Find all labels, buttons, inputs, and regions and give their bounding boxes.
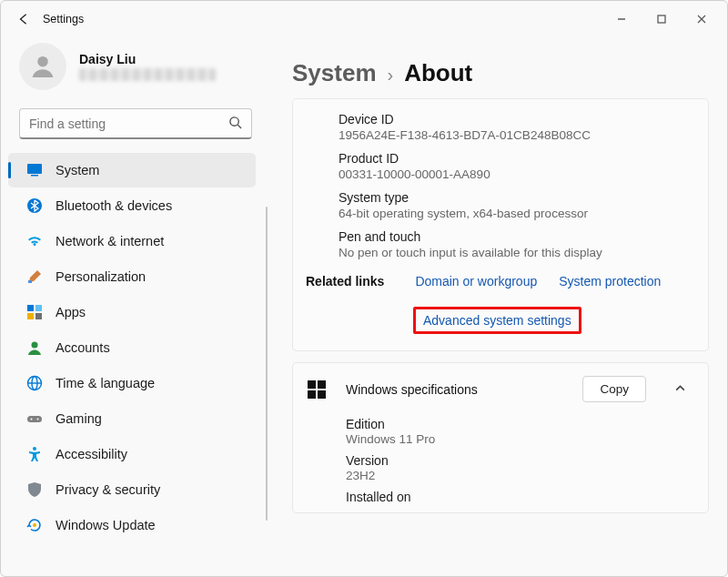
breadcrumb-parent[interactable]: System: [292, 59, 377, 87]
svg-point-15: [31, 419, 33, 420]
title-bar: Settings: [1, 1, 727, 37]
product-id-value: 00331-10000-00001-AA890: [339, 167, 692, 181]
sidebar-item-label: Apps: [56, 305, 86, 319]
gamepad-icon: [26, 410, 43, 427]
sidebar-item-label: Network & internet: [56, 234, 164, 248]
svg-point-2: [230, 116, 238, 125]
sidebar-item-label: Bluetooth & devices: [56, 198, 172, 213]
brush-icon: [26, 268, 43, 285]
pen-touch-label: Pen and touch: [339, 229, 692, 244]
minimize-button[interactable]: [602, 5, 642, 33]
sidebar-item-system[interactable]: System: [8, 153, 256, 187]
sidebar-item-label: Gaming: [56, 411, 102, 426]
copy-button[interactable]: Copy: [582, 376, 646, 402]
search-icon: [228, 116, 242, 132]
system-icon: [26, 162, 43, 178]
sidebar-item-label: System: [56, 163, 99, 177]
svg-point-1: [37, 56, 47, 66]
sidebar-item-label: Windows Update: [56, 518, 156, 532]
version-label: Version: [346, 453, 690, 468]
annotation-highlight: Advanced system settings: [413, 307, 581, 334]
link-system-protection[interactable]: System protection: [559, 274, 661, 288]
svg-rect-7: [27, 305, 34, 311]
close-button[interactable]: [682, 5, 722, 33]
svg-rect-10: [35, 313, 42, 319]
profile-name: Daisy Liu: [79, 52, 216, 66]
system-type-value: 64-bit operating system, x64-based proce…: [339, 207, 692, 220]
sidebar-item-label: Accounts: [56, 340, 110, 355]
sidebar: Daisy Liu System Bluetooth & devices: [1, 37, 274, 576]
sidebar-item-privacy-security[interactable]: Privacy & security: [8, 472, 256, 507]
svg-point-17: [33, 447, 36, 450]
wifi-icon: [26, 233, 43, 249]
back-button[interactable]: [6, 2, 41, 36]
svg-rect-9: [27, 313, 34, 319]
edition-value: Windows 11 Pro: [346, 432, 690, 446]
account-icon: [26, 339, 43, 356]
maximize-button[interactable]: [642, 5, 682, 33]
svg-point-11: [32, 342, 38, 349]
device-id-label: Device ID: [339, 112, 692, 127]
windows-specs-title: Windows specifications: [346, 382, 562, 397]
sidebar-item-windows-update[interactable]: Windows Update: [8, 508, 256, 542]
installed-on-label: Installed on: [346, 490, 690, 504]
main-content: System › About Device ID 1956A24E-F138-4…: [274, 37, 727, 576]
page-title: About: [404, 59, 472, 87]
sidebar-item-apps[interactable]: Apps: [8, 295, 256, 329]
device-id-value: 1956A24E-F138-4613-BD7A-01CB248B08CC: [339, 128, 692, 142]
pen-touch-value: No pen or touch input is available for t…: [339, 246, 692, 259]
profile-info: Daisy Liu: [79, 52, 216, 81]
sidebar-item-personalization[interactable]: Personalization: [8, 259, 256, 294]
svg-rect-8: [35, 305, 42, 311]
sidebar-item-accounts[interactable]: Accounts: [8, 330, 256, 365]
svg-rect-3: [27, 164, 42, 174]
sidebar-item-time-language[interactable]: Time & language: [8, 366, 256, 400]
sidebar-item-label: Privacy & security: [56, 482, 160, 497]
chevron-up-icon[interactable]: [666, 382, 693, 397]
svg-rect-0: [658, 15, 665, 23]
edition-label: Edition: [346, 417, 690, 431]
sidebar-item-bluetooth[interactable]: Bluetooth & devices: [8, 188, 256, 223]
globe-icon: [26, 375, 43, 391]
related-links-title: Related links: [306, 274, 384, 288]
update-icon: [26, 517, 43, 533]
breadcrumb: System › About: [292, 37, 709, 98]
avatar: [19, 43, 66, 90]
profile-email-redacted: [79, 68, 216, 81]
svg-rect-14: [27, 416, 42, 422]
profile-block[interactable]: Daisy Liu: [1, 37, 270, 92]
svg-rect-6: [28, 280, 32, 283]
svg-rect-4: [31, 175, 38, 177]
link-advanced-system-settings[interactable]: Advanced system settings: [423, 313, 571, 328]
sidebar-item-network[interactable]: Network & internet: [8, 224, 256, 258]
related-links: Related links Domain or workgroup System…: [306, 274, 692, 334]
window-title: Settings: [43, 13, 84, 25]
sidebar-item-gaming[interactable]: Gaming: [8, 401, 256, 436]
device-specs-card: Device ID 1956A24E-F138-4613-BD7A-01CB24…: [292, 98, 709, 351]
search-input[interactable]: [29, 116, 228, 131]
svg-point-16: [37, 419, 39, 420]
version-value: 23H2: [346, 469, 690, 482]
svg-point-18: [33, 523, 36, 527]
system-type-label: System type: [339, 190, 692, 205]
sidebar-scrollbar[interactable]: [266, 207, 268, 521]
sidebar-item-label: Accessibility: [56, 447, 127, 461]
product-id-label: Product ID: [339, 151, 692, 166]
nav-list: System Bluetooth & devices Network & int…: [1, 148, 270, 542]
accessibility-icon: [26, 446, 43, 462]
sidebar-item-label: Personalization: [56, 269, 146, 284]
sidebar-item-accessibility[interactable]: Accessibility: [8, 437, 256, 471]
bluetooth-icon: [26, 197, 43, 214]
shield-icon: [26, 481, 43, 498]
sidebar-item-label: Time & language: [56, 376, 155, 390]
windows-icon: [308, 380, 326, 399]
apps-icon: [26, 304, 43, 320]
window-controls: [602, 5, 722, 33]
search-box[interactable]: [19, 108, 252, 139]
link-domain-workgroup[interactable]: Domain or workgroup: [415, 274, 537, 288]
windows-specs-card: Windows specifications Copy Edition Wind…: [292, 362, 709, 513]
chevron-right-icon: ›: [388, 65, 394, 86]
